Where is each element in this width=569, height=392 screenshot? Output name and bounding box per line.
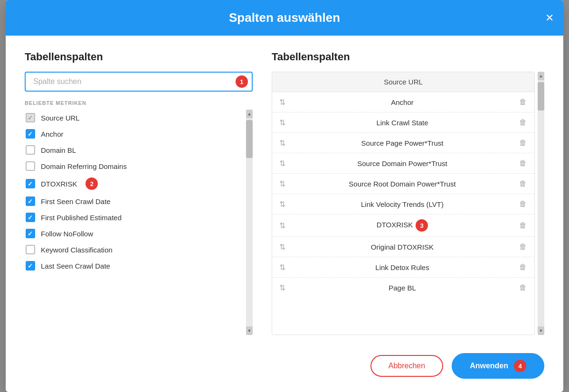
row-label-source-page-power-trust: Source Page Power*Trust: [292, 139, 512, 147]
checkbox-label-domain-referring-domains: Domain Referring Domains: [41, 162, 127, 170]
delete-btn-link-velocity-trends[interactable]: 🗑: [517, 199, 529, 209]
search-input[interactable]: [25, 72, 253, 92]
right-row-source-page-power-trust: ⇅Source Page Power*Trust🗑: [272, 133, 534, 153]
drag-handle-source-domain-power-trust[interactable]: ⇅: [278, 159, 287, 168]
checkbox-label-anchor: Anchor: [41, 130, 64, 138]
checkbox-item-keyword-classification[interactable]: Keyword Classification: [25, 242, 242, 258]
drag-handle-original-dtoxrisk[interactable]: ⇅: [278, 243, 287, 252]
checkbox-label-first-seen-crawl-date: First Seen Crawl Date: [41, 197, 111, 205]
row-label-source-root-domain-power-trust: Source Root Domain Power*Trust: [292, 180, 512, 188]
drag-handle-source-root-domain-power-trust[interactable]: ⇅: [278, 179, 287, 188]
apply-button[interactable]: Anwenden 4: [452, 353, 544, 379]
delete-btn-link-detox-rules[interactable]: 🗑: [517, 262, 529, 272]
cancel-button[interactable]: Abbrechen: [370, 355, 443, 377]
drag-handle-anchor[interactable]: ⇅: [278, 98, 287, 107]
checkbox-label-keyword-classification: Keyword Classification: [41, 246, 113, 254]
right-badge-dtoxrisk: 3: [416, 219, 428, 232]
left-panel: Tabellenspalten 1 BELIEBTE METRIKEN Sour…: [25, 51, 253, 335]
right-scroll-down-btn[interactable]: ▼: [538, 327, 544, 335]
checkbox-first-seen-crawl-date[interactable]: [26, 196, 35, 206]
delete-btn-anchor[interactable]: 🗑: [517, 97, 529, 107]
checkbox-source-url[interactable]: [26, 113, 35, 122]
modal-footer: Abbrechen Anwenden 4: [6, 345, 563, 392]
delete-btn-source-root-domain-power-trust[interactable]: 🗑: [517, 178, 529, 189]
right-scroll-up-btn[interactable]: ▲: [538, 72, 544, 80]
right-list: ⇅Anchor🗑⇅Link Crawl State🗑⇅Source Page P…: [272, 92, 534, 335]
checkbox-label-source-url: Source URL: [41, 114, 80, 122]
checkbox-item-source-url[interactable]: Source URL: [25, 110, 242, 126]
checkbox-item-first-published-estimated[interactable]: First Published Estimated: [25, 209, 242, 225]
modal-header: Spalten auswählen ✕: [6, 0, 563, 36]
checkbox-label-follow-nofollow: Follow NoFollow: [41, 230, 93, 238]
checkbox-last-seen-crawl-date[interactable]: [26, 261, 35, 271]
modal-overlay: Spalten auswählen ✕ Tabellenspalten 1 BE…: [0, 0, 569, 392]
row-label-dtoxrisk: DTOXRISK3: [292, 219, 512, 232]
right-row-anchor: ⇅Anchor🗑: [272, 92, 534, 112]
checkbox-keyword-classification[interactable]: [26, 245, 35, 254]
drag-handle-dtoxrisk[interactable]: ⇅: [278, 221, 287, 230]
right-row-page-bl: ⇅Page BL🗑: [272, 278, 534, 298]
checkbox-label-first-published-estimated: First Published Estimated: [41, 214, 122, 222]
apply-label: Anwenden: [470, 362, 508, 370]
checkbox-dtoxrisk[interactable]: [26, 179, 35, 188]
search-badge: 1: [236, 75, 248, 88]
delete-btn-dtoxrisk[interactable]: 🗑: [517, 220, 529, 231]
modal-title: Spalten auswählen: [229, 10, 340, 25]
apply-badge: 4: [514, 360, 526, 372]
row-label-link-velocity-trends: Link Velocity Trends (LVT): [292, 200, 512, 208]
right-row-source-root-domain-power-trust: ⇅Source Root Domain Power*Trust🗑: [272, 174, 534, 194]
right-row-dtoxrisk: ⇅DTOXRISK3🗑: [272, 215, 534, 237]
badge-dtoxrisk: 2: [85, 177, 98, 190]
modal-body: Tabellenspalten 1 BELIEBTE METRIKEN Sour…: [6, 36, 563, 345]
right-panel: Tabellenspalten Source URL ⇅Anchor🗑⇅Link…: [272, 51, 544, 335]
checkbox-domain-referring-domains[interactable]: [26, 161, 35, 171]
row-label-original-dtoxrisk: Original DTOXRISK: [292, 243, 512, 251]
modal-dialog: Spalten auswählen ✕ Tabellenspalten 1 BE…: [6, 0, 563, 392]
right-row-link-detox-rules: ⇅Link Detox Rules🗑: [272, 257, 534, 278]
left-panel-title: Tabellenspalten: [25, 51, 253, 63]
delete-btn-link-crawl-state[interactable]: 🗑: [517, 117, 529, 128]
checkbox-item-first-seen-crawl-date[interactable]: First Seen Crawl Date: [25, 193, 242, 209]
checkbox-label-domain-bl: Domain BL: [41, 146, 76, 154]
row-label-link-crawl-state: Link Crawl State: [292, 119, 512, 127]
delete-btn-source-page-power-trust[interactable]: 🗑: [517, 138, 529, 148]
checkbox-label-last-seen-crawl-date: Last Seen Crawl Date: [41, 262, 110, 270]
checkbox-anchor[interactable]: [26, 129, 35, 139]
checkbox-item-dtoxrisk[interactable]: DTOXRISK2: [25, 174, 242, 193]
left-scroll-down-btn[interactable]: ▼: [246, 327, 253, 335]
checkbox-follow-nofollow[interactable]: [26, 229, 35, 238]
checkbox-domain-bl[interactable]: [26, 145, 35, 155]
close-button[interactable]: ✕: [545, 13, 554, 23]
search-container: 1: [25, 72, 253, 92]
row-label-source-domain-power-trust: Source Domain Power*Trust: [292, 159, 512, 168]
delete-btn-original-dtoxrisk[interactable]: 🗑: [517, 242, 529, 252]
right-row-source-domain-power-trust: ⇅Source Domain Power*Trust🗑: [272, 153, 534, 174]
right-row-original-dtoxrisk: ⇅Original DTOXRISK🗑: [272, 237, 534, 257]
row-label-anchor: Anchor: [292, 98, 512, 106]
checkbox-item-domain-referring-domains[interactable]: Domain Referring Domains: [25, 158, 242, 174]
checkbox-item-last-seen-crawl-date[interactable]: Last Seen Crawl Date: [25, 258, 242, 274]
section-label: BELIEBTE METRIKEN: [25, 100, 253, 106]
checkbox-item-domain-bl[interactable]: Domain BL: [25, 142, 242, 158]
right-row-link-crawl-state: ⇅Link Crawl State🗑: [272, 112, 534, 133]
row-label-link-detox-rules: Link Detox Rules: [292, 263, 512, 271]
checkbox-item-follow-nofollow[interactable]: Follow NoFollow: [25, 225, 242, 242]
drag-handle-link-velocity-trends[interactable]: ⇅: [278, 200, 287, 209]
row-label-page-bl: Page BL: [292, 284, 512, 292]
right-table-header: Source URL: [272, 72, 534, 92]
checkbox-label-dtoxrisk: DTOXRISK: [41, 180, 77, 188]
checkbox-list: Source URLAnchorDomain BLDomain Referrin…: [25, 110, 244, 318]
drag-handle-source-page-power-trust[interactable]: ⇅: [278, 139, 287, 148]
right-row-link-velocity-trends: ⇅Link Velocity Trends (LVT)🗑: [272, 194, 534, 215]
checkbox-item-anchor[interactable]: Anchor: [25, 126, 242, 142]
drag-handle-page-bl[interactable]: ⇅: [278, 283, 287, 292]
left-scroll-up-btn[interactable]: ▲: [246, 110, 253, 118]
drag-handle-link-detox-rules[interactable]: ⇅: [278, 263, 287, 272]
right-table: Source URL ⇅Anchor🗑⇅Link Crawl State🗑⇅So…: [272, 72, 535, 335]
checkbox-first-published-estimated[interactable]: [26, 213, 35, 222]
delete-btn-page-bl[interactable]: 🗑: [517, 282, 529, 293]
drag-handle-link-crawl-state[interactable]: ⇅: [278, 118, 287, 127]
right-panel-title: Tabellenspalten: [272, 51, 544, 63]
delete-btn-source-domain-power-trust[interactable]: 🗑: [517, 158, 529, 168]
